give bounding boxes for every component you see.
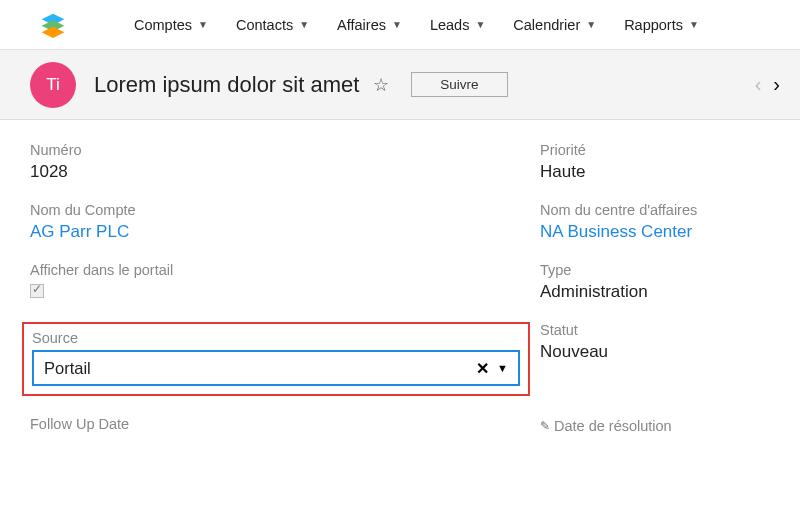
caret-down-icon: ▼ <box>689 19 699 30</box>
field-nom-centre: Nom du centre d'affaires NA Business Cen… <box>540 202 770 242</box>
chevron-left-icon[interactable]: ‹ <box>755 73 762 96</box>
field-priorite: Priorité Haute <box>540 142 770 182</box>
nav-item-comptes[interactable]: Comptes▼ <box>120 0 222 50</box>
caret-down-icon: ▼ <box>586 19 596 30</box>
nav-item-contacts[interactable]: Contacts▼ <box>222 0 323 50</box>
caret-down-icon: ▼ <box>475 19 485 30</box>
portal-checkbox[interactable] <box>30 284 44 298</box>
field-afficher-portail: Afficher dans le portail <box>30 262 530 302</box>
field-statut: Statut Nouveau <box>540 322 770 396</box>
business-center-link[interactable]: NA Business Center <box>540 222 770 242</box>
caret-down-icon: ▼ <box>299 19 309 30</box>
account-link[interactable]: AG Parr PLC <box>30 222 530 242</box>
svg-marker-2 <box>42 26 65 37</box>
caret-down-icon: ▼ <box>392 19 402 30</box>
caret-down-icon[interactable]: ▼ <box>497 362 508 374</box>
record-header: Ti Lorem ipsum dolor sit amet ☆ Suivre ‹… <box>0 50 800 120</box>
source-value: Portail <box>44 359 476 378</box>
detail-grid: Numéro 1028 Priorité Haute Nom du Compte… <box>0 120 800 446</box>
chevron-right-icon[interactable]: › <box>773 73 780 96</box>
nav-item-rapports[interactable]: Rapports▼ <box>610 0 713 50</box>
clear-icon[interactable]: ✕ <box>476 359 489 378</box>
source-combobox[interactable]: Portail ✕ ▼ <box>32 350 520 386</box>
field-numero: Numéro 1028 <box>30 142 530 182</box>
pencil-icon[interactable]: ✎ <box>540 419 550 433</box>
nav-item-calendrier[interactable]: Calendrier▼ <box>499 0 610 50</box>
page-title: Lorem ipsum dolor sit amet <box>94 72 359 98</box>
app-logo-icon[interactable] <box>40 12 66 38</box>
caret-down-icon: ▼ <box>198 19 208 30</box>
field-source-highlight: Source Portail ✕ ▼ <box>22 322 530 396</box>
field-nom-compte: Nom du Compte AG Parr PLC <box>30 202 530 242</box>
field-type: Type Administration <box>540 262 770 302</box>
record-pager: ‹ › <box>755 73 780 96</box>
follow-button[interactable]: Suivre <box>411 72 507 97</box>
nav-item-leads[interactable]: Leads▼ <box>416 0 499 50</box>
avatar: Ti <box>30 62 76 108</box>
field-follow-up: Follow Up Date <box>30 416 530 436</box>
nav-item-affaires[interactable]: Affaires▼ <box>323 0 416 50</box>
star-icon[interactable]: ☆ <box>373 74 389 96</box>
nav-items: Comptes▼ Contacts▼ Affaires▼ Leads▼ Cale… <box>120 0 713 50</box>
top-nav: Comptes▼ Contacts▼ Affaires▼ Leads▼ Cale… <box>0 0 800 50</box>
field-date-resolution: ✎ Date de résolution <box>540 416 770 436</box>
